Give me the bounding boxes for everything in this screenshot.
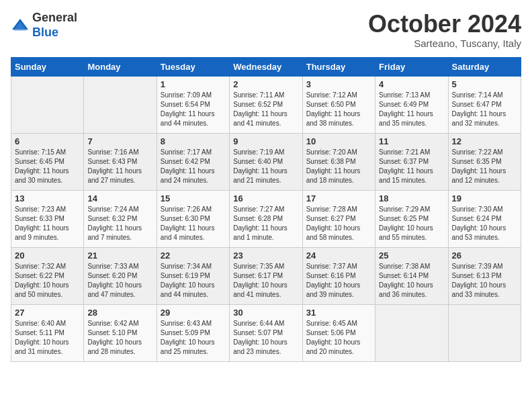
calendar-subtitle: Sarteano, Tuscany, Italy: [368, 38, 521, 49]
week-row-4: 27Sunrise: 6:40 AM Sunset: 5:11 PM Dayli…: [11, 304, 521, 361]
logo-icon: [11, 16, 30, 35]
day-info: Sunrise: 7:35 AM Sunset: 6:17 PM Dayligh…: [233, 262, 298, 300]
day-number: 21: [87, 250, 152, 261]
day-number: 17: [306, 193, 371, 203]
day-number: 16: [233, 193, 298, 203]
calendar-body: 1Sunrise: 7:09 AM Sunset: 6:54 PM Daylig…: [11, 76, 521, 361]
day-number: 18: [379, 193, 444, 203]
day-number: 20: [15, 250, 80, 261]
day-info: Sunrise: 7:09 AM Sunset: 6:54 PM Dayligh…: [161, 91, 226, 128]
calendar-cell: [84, 76, 157, 133]
day-info: Sunrise: 7:21 AM Sunset: 6:37 PM Dayligh…: [379, 148, 444, 185]
day-number: 19: [452, 193, 517, 203]
day-info: Sunrise: 7:17 AM Sunset: 6:42 PM Dayligh…: [161, 148, 226, 185]
day-info: Sunrise: 6:44 AM Sunset: 5:07 PM Dayligh…: [233, 319, 298, 357]
calendar-cell: 14Sunrise: 7:24 AM Sunset: 6:32 PM Dayli…: [84, 190, 157, 247]
header-cell-thursday: Thursday: [302, 57, 375, 76]
day-info: Sunrise: 7:26 AM Sunset: 6:30 PM Dayligh…: [161, 205, 226, 242]
header-cell-sunday: Sunday: [11, 57, 84, 76]
day-info: Sunrise: 7:28 AM Sunset: 6:27 PM Dayligh…: [306, 205, 371, 242]
day-number: 26: [452, 250, 517, 261]
calendar-cell: 26Sunrise: 7:39 AM Sunset: 6:13 PM Dayli…: [448, 247, 521, 304]
calendar-cell: [448, 304, 521, 361]
day-number: 14: [87, 193, 152, 203]
day-info: Sunrise: 7:19 AM Sunset: 6:40 PM Dayligh…: [233, 148, 298, 185]
day-number: 1: [161, 79, 226, 89]
calendar-cell: 4Sunrise: 7:13 AM Sunset: 6:49 PM Daylig…: [375, 76, 448, 133]
calendar-cell: 22Sunrise: 7:34 AM Sunset: 6:19 PM Dayli…: [157, 247, 229, 304]
calendar-cell: 20Sunrise: 7:32 AM Sunset: 6:22 PM Dayli…: [11, 247, 84, 304]
calendar-cell: 3Sunrise: 7:12 AM Sunset: 6:50 PM Daylig…: [302, 76, 375, 133]
day-number: 10: [306, 136, 371, 146]
day-info: Sunrise: 6:45 AM Sunset: 5:06 PM Dayligh…: [306, 319, 371, 357]
day-number: 5: [452, 79, 517, 89]
calendar-cell: 9Sunrise: 7:19 AM Sunset: 6:40 PM Daylig…: [230, 133, 302, 190]
day-info: Sunrise: 7:16 AM Sunset: 6:43 PM Dayligh…: [87, 148, 152, 185]
week-row-0: 1Sunrise: 7:09 AM Sunset: 6:54 PM Daylig…: [11, 76, 521, 133]
day-info: Sunrise: 7:23 AM Sunset: 6:33 PM Dayligh…: [15, 205, 80, 242]
day-info: Sunrise: 7:37 AM Sunset: 6:16 PM Dayligh…: [306, 262, 371, 300]
day-number: 6: [15, 136, 80, 146]
day-number: 13: [15, 193, 80, 203]
calendar-cell: 2Sunrise: 7:11 AM Sunset: 6:52 PM Daylig…: [230, 76, 302, 133]
day-number: 28: [87, 308, 152, 318]
day-info: Sunrise: 7:39 AM Sunset: 6:13 PM Dayligh…: [452, 262, 517, 300]
day-info: Sunrise: 7:34 AM Sunset: 6:19 PM Dayligh…: [161, 262, 226, 300]
calendar-cell: 28Sunrise: 6:42 AM Sunset: 5:10 PM Dayli…: [84, 304, 157, 361]
calendar-cell: [375, 304, 448, 361]
calendar-cell: 13Sunrise: 7:23 AM Sunset: 6:33 PM Dayli…: [11, 190, 84, 247]
page-header: General Blue October 2024 Sarteano, Tusc…: [11, 11, 521, 49]
calendar-cell: 11Sunrise: 7:21 AM Sunset: 6:37 PM Dayli…: [375, 133, 448, 190]
day-info: Sunrise: 6:42 AM Sunset: 5:10 PM Dayligh…: [87, 319, 152, 357]
calendar-table: SundayMondayTuesdayWednesdayThursdayFrid…: [11, 57, 521, 362]
day-number: 24: [306, 250, 371, 261]
header-cell-tuesday: Tuesday: [157, 57, 229, 76]
day-number: 8: [161, 136, 226, 146]
header-row: SundayMondayTuesdayWednesdayThursdayFrid…: [11, 57, 521, 76]
day-number: 7: [87, 136, 152, 146]
day-number: 12: [452, 136, 517, 146]
calendar-cell: 16Sunrise: 7:27 AM Sunset: 6:28 PM Dayli…: [230, 190, 302, 247]
header-cell-wednesday: Wednesday: [230, 57, 302, 76]
day-number: 22: [161, 250, 226, 261]
header-cell-monday: Monday: [84, 57, 157, 76]
day-number: 4: [379, 79, 444, 89]
day-info: Sunrise: 7:33 AM Sunset: 6:20 PM Dayligh…: [87, 262, 152, 300]
day-info: Sunrise: 7:13 AM Sunset: 6:49 PM Dayligh…: [379, 91, 444, 128]
calendar-cell: 6Sunrise: 7:15 AM Sunset: 6:45 PM Daylig…: [11, 133, 84, 190]
calendar-cell: 7Sunrise: 7:16 AM Sunset: 6:43 PM Daylig…: [84, 133, 157, 190]
day-number: 27: [15, 308, 80, 318]
day-number: 3: [306, 79, 371, 89]
day-info: Sunrise: 7:32 AM Sunset: 6:22 PM Dayligh…: [15, 262, 80, 300]
day-info: Sunrise: 7:27 AM Sunset: 6:28 PM Dayligh…: [233, 205, 298, 242]
day-info: Sunrise: 7:14 AM Sunset: 6:47 PM Dayligh…: [452, 91, 517, 128]
day-info: Sunrise: 7:12 AM Sunset: 6:50 PM Dayligh…: [306, 91, 371, 128]
calendar-cell: 15Sunrise: 7:26 AM Sunset: 6:30 PM Dayli…: [157, 190, 229, 247]
header-cell-saturday: Saturday: [448, 57, 521, 76]
day-info: Sunrise: 7:11 AM Sunset: 6:52 PM Dayligh…: [233, 91, 298, 128]
week-row-3: 20Sunrise: 7:32 AM Sunset: 6:22 PM Dayli…: [11, 247, 521, 304]
day-info: Sunrise: 7:30 AM Sunset: 6:24 PM Dayligh…: [452, 205, 517, 242]
calendar-cell: 24Sunrise: 7:37 AM Sunset: 6:16 PM Dayli…: [302, 247, 375, 304]
day-number: 2: [233, 79, 298, 89]
day-number: 23: [233, 250, 298, 261]
calendar-cell: 1Sunrise: 7:09 AM Sunset: 6:54 PM Daylig…: [157, 76, 229, 133]
calendar-cell: 17Sunrise: 7:28 AM Sunset: 6:27 PM Dayli…: [302, 190, 375, 247]
day-info: Sunrise: 6:40 AM Sunset: 5:11 PM Dayligh…: [15, 319, 80, 357]
week-row-2: 13Sunrise: 7:23 AM Sunset: 6:33 PM Dayli…: [11, 190, 521, 247]
day-info: Sunrise: 7:38 AM Sunset: 6:14 PM Dayligh…: [379, 262, 444, 300]
calendar-cell: 12Sunrise: 7:22 AM Sunset: 6:35 PM Dayli…: [448, 133, 521, 190]
day-info: Sunrise: 7:15 AM Sunset: 6:45 PM Dayligh…: [15, 148, 80, 185]
day-number: 9: [233, 136, 298, 146]
day-number: 31: [306, 308, 371, 318]
header-cell-friday: Friday: [375, 57, 448, 76]
day-info: Sunrise: 7:29 AM Sunset: 6:25 PM Dayligh…: [379, 205, 444, 242]
calendar-cell: 10Sunrise: 7:20 AM Sunset: 6:38 PM Dayli…: [302, 133, 375, 190]
calendar-cell: 27Sunrise: 6:40 AM Sunset: 5:11 PM Dayli…: [11, 304, 84, 361]
calendar-cell: 30Sunrise: 6:44 AM Sunset: 5:07 PM Dayli…: [230, 304, 302, 361]
day-number: 30: [233, 308, 298, 318]
logo: General Blue: [11, 11, 77, 40]
calendar-cell: 8Sunrise: 7:17 AM Sunset: 6:42 PM Daylig…: [157, 133, 229, 190]
calendar-cell: [11, 76, 84, 133]
day-info: Sunrise: 7:20 AM Sunset: 6:38 PM Dayligh…: [306, 148, 371, 185]
